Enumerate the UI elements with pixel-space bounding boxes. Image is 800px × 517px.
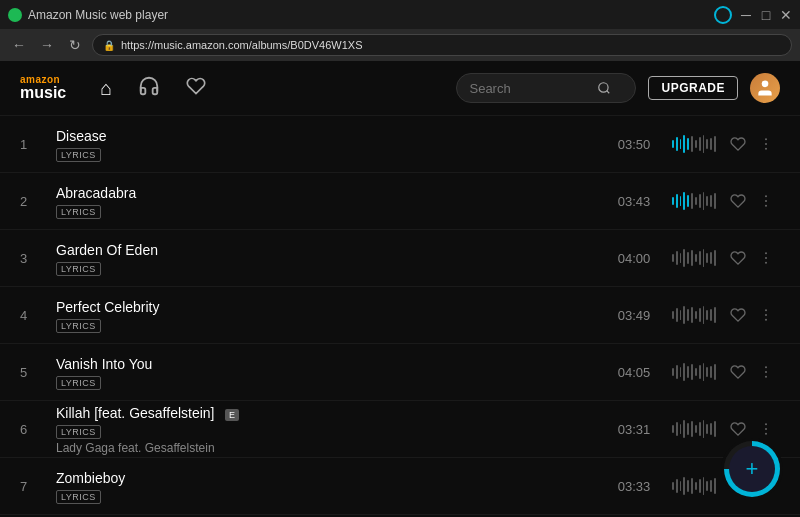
- reload-button[interactable]: ↻: [64, 34, 86, 56]
- waveform-bar: [703, 135, 705, 153]
- waveform-bar: [687, 309, 689, 321]
- title-bar-text: Amazon Music web player: [28, 8, 168, 22]
- waveform-bar: [691, 478, 693, 494]
- track-duration: 03:31: [604, 422, 664, 437]
- minimize-button[interactable]: ─: [740, 9, 752, 21]
- globe-icon: [714, 6, 732, 24]
- waveform-bar: [687, 138, 689, 150]
- track-name-text: Garden Of Eden: [56, 242, 158, 258]
- waveform-bar: [695, 368, 697, 376]
- url-text: https://music.amazon.com/albums/B0DV46W1…: [121, 39, 362, 51]
- track-number: 6: [20, 422, 44, 437]
- waveform-bar: [676, 479, 678, 493]
- track-list: 1 Disease LYRICS 03:50 2 Abr: [0, 116, 800, 517]
- waveform-bar: [687, 252, 689, 264]
- search-bar[interactable]: [456, 73, 636, 103]
- heart-icon: [730, 307, 746, 323]
- more-options-button[interactable]: [752, 415, 780, 443]
- forward-button[interactable]: →: [36, 34, 58, 56]
- maximize-button[interactable]: □: [760, 9, 772, 21]
- plus-icon: +: [746, 456, 759, 482]
- track-row[interactable]: 6 Killah [feat. Gesaffelstein] E LYRICS …: [0, 401, 800, 458]
- track-duration: 03:43: [604, 194, 664, 209]
- waveform-bar: [691, 193, 693, 209]
- waveform-bar: [680, 424, 682, 434]
- waveform-bar: [680, 310, 682, 320]
- floating-play-button[interactable]: +: [724, 441, 780, 497]
- track-name-text: Perfect Celebrity: [56, 299, 159, 315]
- track-number: 4: [20, 308, 44, 323]
- svg-point-8: [765, 252, 767, 254]
- more-options-button[interactable]: [752, 301, 780, 329]
- more-options-button[interactable]: [752, 358, 780, 386]
- like-button[interactable]: [724, 301, 752, 329]
- more-options-button[interactable]: [752, 130, 780, 158]
- waveform-bar: [680, 196, 682, 206]
- close-button[interactable]: ✕: [780, 9, 792, 21]
- url-bar[interactable]: 🔒 https://music.amazon.com/albums/B0DV46…: [92, 34, 792, 56]
- track-info: Disease LYRICS: [44, 127, 604, 162]
- track-row[interactable]: 2 Abracadabra LYRICS 03:43: [0, 173, 800, 230]
- heart-nav-icon: [186, 76, 206, 96]
- waveform-bar: [703, 363, 705, 381]
- waveform-bar: [683, 420, 685, 438]
- waveform-bar: [672, 482, 674, 490]
- track-badges-row: LYRICS: [56, 490, 604, 504]
- track-badges-row: LYRICS: [56, 425, 604, 439]
- waveform-bar: [687, 366, 689, 378]
- waveform-bar: [699, 194, 701, 208]
- heart-nav-button[interactable]: [182, 72, 210, 105]
- track-duration: 04:00: [604, 251, 664, 266]
- back-button[interactable]: ←: [8, 34, 30, 56]
- like-button[interactable]: [724, 415, 752, 443]
- upgrade-button[interactable]: UPGRADE: [648, 76, 738, 100]
- track-duration: 03:50: [604, 137, 664, 152]
- waveform-bar: [676, 422, 678, 436]
- waveform-bar: [703, 306, 705, 324]
- track-name-text: Killah [feat. Gesaffelstein]: [56, 405, 215, 421]
- more-options-button[interactable]: [752, 187, 780, 215]
- search-input[interactable]: [469, 81, 589, 96]
- address-bar: ← → ↻ 🔒 https://music.amazon.com/albums/…: [0, 29, 800, 61]
- svg-point-11: [765, 309, 767, 311]
- lyrics-badge: LYRICS: [56, 262, 101, 276]
- waveform-bar: [714, 478, 716, 494]
- track-row[interactable]: 7 Zombieboy LYRICS 03:33: [0, 458, 800, 515]
- track-row[interactable]: 1 Disease LYRICS 03:50: [0, 116, 800, 173]
- like-button[interactable]: [724, 358, 752, 386]
- more-icon: [758, 421, 774, 437]
- waveform-bar: [672, 368, 674, 376]
- headphones-nav-button[interactable]: [134, 71, 164, 106]
- home-nav-button[interactable]: ⌂: [96, 73, 116, 104]
- track-badges-row: LYRICS: [56, 148, 604, 162]
- track-info: Zombieboy LYRICS: [44, 469, 604, 504]
- track-row[interactable]: 3 Garden Of Eden LYRICS 04:00: [0, 230, 800, 287]
- svg-point-17: [765, 423, 767, 425]
- more-icon: [758, 136, 774, 152]
- waveform-bar: [710, 480, 712, 492]
- like-button[interactable]: [724, 187, 752, 215]
- search-icon: [597, 81, 611, 95]
- track-artist: Lady Gaga feat. Gesaffelstein: [56, 441, 604, 455]
- heart-icon: [730, 250, 746, 266]
- waveform-bar: [710, 195, 712, 207]
- more-options-button[interactable]: [752, 244, 780, 272]
- track-row[interactable]: 4 Perfect Celebrity LYRICS 03:49: [0, 287, 800, 344]
- waveform-bar: [714, 307, 716, 323]
- svg-point-13: [765, 319, 767, 321]
- logo-text: amazon music: [20, 75, 66, 101]
- track-number: 3: [20, 251, 44, 266]
- waveform-bar: [683, 192, 685, 210]
- waveform-bar: [714, 364, 716, 380]
- svg-point-0: [599, 83, 608, 92]
- like-button[interactable]: [724, 130, 752, 158]
- waveform-bar: [680, 139, 682, 149]
- avatar[interactable]: [750, 73, 780, 103]
- logo-music: music: [20, 85, 66, 101]
- like-button[interactable]: [724, 244, 752, 272]
- track-name: Abracadabra: [56, 184, 604, 202]
- track-row[interactable]: 5 Vanish Into You LYRICS 04:05: [0, 344, 800, 401]
- waveform-bar: [714, 250, 716, 266]
- track-name-text: Disease: [56, 128, 107, 144]
- track-name-text: Zombieboy: [56, 470, 125, 486]
